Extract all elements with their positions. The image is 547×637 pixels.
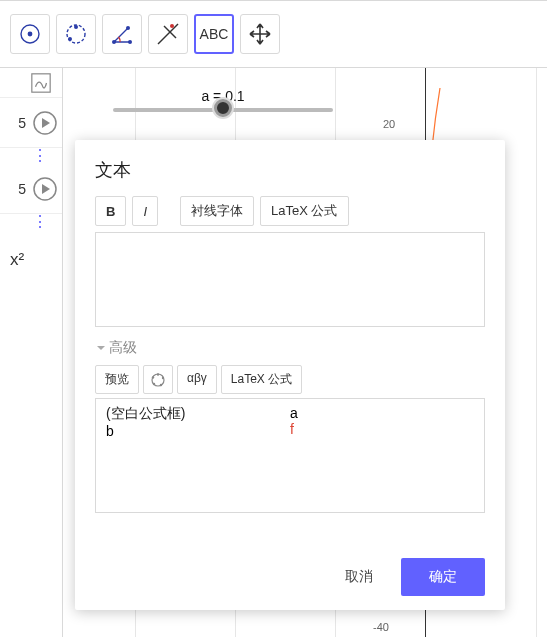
- preview-item[interactable]: a: [290, 405, 474, 421]
- bold-button[interactable]: B: [95, 196, 126, 226]
- preview-item[interactable]: b: [106, 423, 290, 439]
- svg-point-7: [126, 26, 130, 30]
- preview-item[interactable]: (空白公式框): [106, 405, 290, 423]
- svg-point-16: [162, 376, 164, 378]
- svg-point-5: [112, 40, 116, 44]
- play-icon[interactable]: [32, 110, 58, 136]
- circle-point-tool[interactable]: [56, 14, 96, 54]
- axis-tick: -40: [373, 621, 389, 633]
- slider-track[interactable]: [113, 108, 333, 112]
- text-input[interactable]: [95, 232, 485, 327]
- perp-tool[interactable]: [148, 14, 188, 54]
- svg-point-19: [152, 376, 154, 378]
- svg-point-1: [28, 32, 33, 37]
- svg-point-15: [157, 373, 159, 375]
- object-row[interactable]: 5: [0, 98, 62, 148]
- svg-point-3: [74, 25, 78, 29]
- preview-item[interactable]: f: [290, 421, 474, 437]
- dialog-footer: 取消 确定: [95, 548, 485, 596]
- play-icon[interactable]: [32, 176, 58, 202]
- latex-tab[interactable]: LaTeX 公式: [221, 365, 302, 394]
- svg-point-18: [153, 382, 155, 384]
- italic-button[interactable]: I: [132, 196, 158, 226]
- tool-toolbar: ABC: [0, 0, 547, 68]
- latex-button[interactable]: LaTeX 公式: [260, 196, 348, 226]
- svg-point-4: [68, 37, 72, 41]
- geogebra-icon: [150, 372, 166, 388]
- algebra-panel: 5 ⋮ 5 ⋮ x²: [0, 68, 63, 637]
- advanced-label: 高级: [109, 339, 137, 357]
- serif-font-button[interactable]: 衬线字体: [180, 196, 254, 226]
- slider-a[interactable]: a = 0.1: [98, 88, 348, 112]
- text-tool-label: ABC: [200, 26, 229, 42]
- symbols-tab[interactable]: αβγ: [177, 365, 217, 394]
- dialog-title: 文本: [95, 158, 485, 182]
- more-icon[interactable]: ⋮: [0, 148, 62, 164]
- move-tool[interactable]: [240, 14, 280, 54]
- more-icon[interactable]: ⋮: [0, 214, 62, 230]
- text-tool[interactable]: ABC: [194, 14, 234, 54]
- algebra-icon: [30, 72, 52, 94]
- format-row: B I 衬线字体 LaTeX 公式: [95, 196, 485, 226]
- text-dialog: 文本 B I 衬线字体 LaTeX 公式 高级 预览 αβγ LaTeX 公式 …: [75, 140, 505, 610]
- svg-point-17: [160, 383, 162, 385]
- expression-row[interactable]: x²: [0, 230, 62, 270]
- angle-tool[interactable]: [102, 14, 142, 54]
- chevron-down-icon: [95, 342, 107, 354]
- advanced-tabs: 预览 αβγ LaTeX 公式: [95, 365, 485, 394]
- svg-point-6: [128, 40, 132, 44]
- object-value: 5: [18, 181, 26, 197]
- point-tool[interactable]: [10, 14, 50, 54]
- object-row[interactable]: 5: [0, 164, 62, 214]
- svg-line-8: [158, 24, 178, 44]
- ok-button[interactable]: 确定: [401, 558, 485, 596]
- slider-thumb[interactable]: [214, 99, 232, 117]
- preview-box: (空白公式框) b a f: [95, 398, 485, 513]
- object-value: 5: [18, 115, 26, 131]
- cancel-button[interactable]: 取消: [331, 558, 387, 596]
- preview-tab[interactable]: 预览: [95, 365, 139, 394]
- advanced-toggle[interactable]: 高级: [95, 339, 485, 357]
- svg-point-10: [170, 24, 174, 28]
- algebra-panel-header[interactable]: [0, 68, 62, 98]
- object-picker-button[interactable]: [143, 365, 173, 394]
- axis-tick: 20: [383, 118, 395, 130]
